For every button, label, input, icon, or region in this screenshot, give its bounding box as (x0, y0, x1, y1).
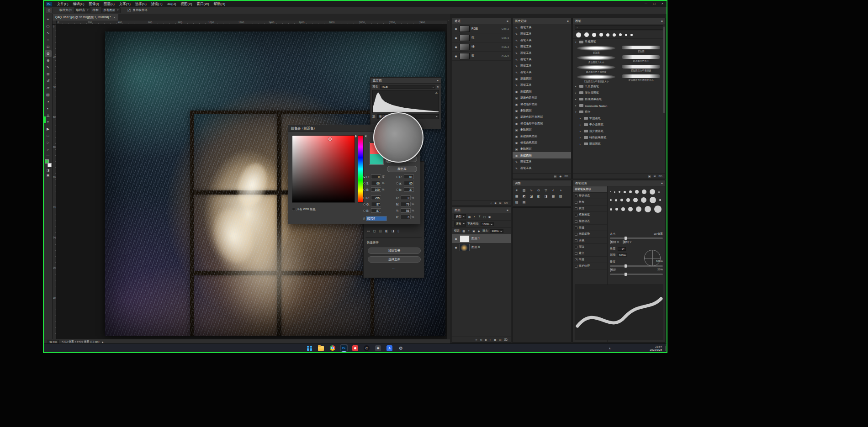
channels-panel-tab[interactable]: 通道 (455, 19, 460, 23)
history-footer-icon[interactable]: ▤ (554, 174, 557, 179)
properties-icon[interactable]: ◻ (373, 229, 376, 233)
history-step[interactable]: ✎ 画笔工具 (513, 43, 571, 50)
properties-icon[interactable]: ◫ (379, 229, 382, 233)
layers-footer-icon[interactable]: ▣ (494, 337, 497, 343)
recent-brush-thumbnail[interactable] (613, 33, 616, 37)
history-step[interactable]: ▣ 新建图层 (513, 75, 571, 82)
color-value-input[interactable]: 65 (404, 181, 414, 185)
panel-menu-icon[interactable]: ≡ (507, 20, 508, 23)
brush-option-row[interactable]: 杂色 (573, 237, 607, 244)
expand-arrow-icon[interactable]: ▸ (575, 98, 578, 100)
brush-option-checkbox[interactable] (575, 233, 577, 236)
document-tab[interactable]: QAQ_0677.jpg @ 32.8%(图层 1, RGB/8#) * × (53, 14, 118, 21)
history-step[interactable]: ✎ 画笔工具 (513, 56, 571, 63)
show-ring-checkbox[interactable] (127, 9, 131, 12)
history-step[interactable]: ▣ 删除图层 (513, 107, 571, 114)
layers-footer-icon[interactable]: ◙ (485, 337, 487, 343)
brush-option-row[interactable]: 传递 (573, 225, 607, 231)
channels-footer-icon[interactable]: ⊞ (499, 200, 501, 206)
brushes-footer-icon[interactable]: ⊞ (653, 174, 656, 179)
color-value-input[interactable]: 0 (401, 195, 411, 200)
angle-input[interactable]: 0° (618, 247, 626, 251)
quick-select-tool[interactable]: ◌ (45, 37, 52, 43)
brush-preset[interactable]: 柔边圆压力不透明度大小 (574, 74, 619, 83)
dodge-tool[interactable]: ◐ (45, 105, 52, 112)
menu-item[interactable]: 3D(D) (164, 1, 178, 7)
expand-arrow-icon[interactable]: ▸ (580, 142, 582, 145)
brush-folder-row[interactable]: ▸ 特殊效果画笔 (573, 96, 665, 102)
spacing-value[interactable]: 25% (657, 268, 663, 272)
status-expander-icon[interactable]: ▸ (102, 340, 103, 343)
edit-toolbar-icon[interactable]: ⋯ (47, 154, 50, 158)
history-step[interactable]: ▣ 修改色阶图层 (513, 101, 571, 107)
color-cursor[interactable] (328, 137, 332, 141)
brush-folder-row[interactable]: ▸ 干介质画笔 (573, 83, 665, 90)
brush-option-checkbox[interactable] (575, 265, 577, 268)
gradient-tool[interactable]: ▧ (45, 91, 52, 98)
brush-tip-thumbnail[interactable] (650, 189, 655, 195)
brush-tip-thumbnail[interactable] (645, 206, 651, 212)
panel-menu-icon[interactable]: ≡ (437, 79, 439, 82)
visibility-eye-icon[interactable]: ◉ (454, 27, 458, 30)
path-select-tool[interactable]: ▶ (45, 126, 52, 132)
properties-icon[interactable]: ◨ (392, 229, 395, 233)
channel-row[interactable]: ◉ RGB Ctrl+2 (452, 24, 511, 33)
adjustment-icon[interactable]: ▽ (544, 188, 548, 192)
brush-option-row[interactable]: 建立 (573, 250, 607, 257)
brushes-footer-icon[interactable]: ⌦ (659, 174, 662, 179)
history-step[interactable]: ▣ 新建图层 (513, 152, 571, 158)
adjustment-icon[interactable]: ◨ (544, 194, 548, 198)
color-value-input[interactable]: 79 (401, 202, 411, 206)
visibility-eye-icon[interactable]: ◉ (454, 45, 458, 48)
adjustment-icon[interactable]: ◪ (529, 194, 533, 198)
radio-button[interactable] (363, 197, 365, 199)
dock-collapse-strip[interactable]: « (447, 18, 450, 339)
eyedropper-tool[interactable]: ⊙ (45, 50, 52, 57)
layer-thumbnail[interactable] (460, 235, 470, 242)
brush-option-row[interactable]: 湿边 (573, 244, 607, 250)
history-step[interactable]: ✎ 画笔工具 (513, 24, 571, 31)
brushes-footer-icon[interactable]: ▣ (648, 174, 651, 179)
color-value-input[interactable]: 56 (401, 208, 411, 213)
history-panel-tab[interactable]: 历史记录 (515, 19, 527, 23)
opacity-dropdown[interactable]: 100% (481, 222, 494, 226)
properties-icon[interactable]: ▯ (397, 229, 399, 233)
taskbar-clock[interactable]: 21:54 2023/3/28 (650, 344, 662, 353)
spacing-slider[interactable] (610, 274, 663, 275)
channel-row[interactable]: ◉ 蓝 Ctrl+5 (452, 52, 511, 61)
color-value-input[interactable]: 0 (401, 215, 411, 219)
brush-preset[interactable]: 硬边圆 (619, 45, 663, 54)
brush-tip-thumbnail[interactable] (635, 190, 639, 194)
settings-button[interactable]: ⚙ (397, 344, 405, 352)
web-colors-checkbox[interactable] (292, 208, 295, 211)
adjustments-panel-tab[interactable]: 调整 (515, 181, 521, 185)
brush-tip-thumbnail[interactable] (626, 198, 630, 202)
more-options-icon[interactable]: ⋯ (392, 267, 396, 270)
layers-footer-icon[interactable]: ⊞ (499, 337, 501, 343)
photoshop-button[interactable]: Ps (340, 344, 348, 352)
flip-y-checkbox[interactable] (623, 240, 624, 244)
brush-preset[interactable]: 硬边圆压力不透明度大小 (619, 74, 663, 83)
blur-tool[interactable]: ◑ (45, 98, 52, 105)
channel-row[interactable]: ◉ 红 Ctrl+3 (452, 33, 511, 42)
radio-button[interactable] (396, 176, 398, 178)
menu-item[interactable]: 图像(I) (87, 1, 101, 7)
tray-expand-chevron[interactable]: ∧ (609, 344, 611, 353)
cached-data-warning-icon[interactable]: ⚠ (435, 91, 438, 94)
expand-arrow-icon[interactable]: ▸ (580, 123, 582, 126)
blend-mode-dropdown[interactable]: 正常 (454, 221, 466, 227)
lock-icon[interactable]: ◆ (477, 229, 481, 232)
brush-tip-thumbnail[interactable] (610, 199, 612, 201)
expand-arrow-icon[interactable]: ▸ (580, 130, 582, 132)
brush-tip-thumbnail[interactable] (615, 199, 617, 201)
brush-option-checkbox[interactable] (575, 239, 577, 242)
history-step[interactable]: ▣ 删除图层 (513, 127, 571, 133)
adjustment-icon[interactable]: ∿ (529, 188, 533, 192)
hand-tool[interactable]: ☞ (45, 139, 52, 146)
history-step[interactable]: ✎ 画笔工具 (513, 50, 571, 56)
adjustment-icon[interactable]: ▩ (551, 194, 555, 198)
radio-button[interactable] (396, 182, 398, 185)
screen-mode-icon[interactable]: ▣ (47, 174, 50, 177)
expand-arrow-icon[interactable]: ▸ (575, 91, 578, 94)
radio-button[interactable] (363, 182, 365, 185)
